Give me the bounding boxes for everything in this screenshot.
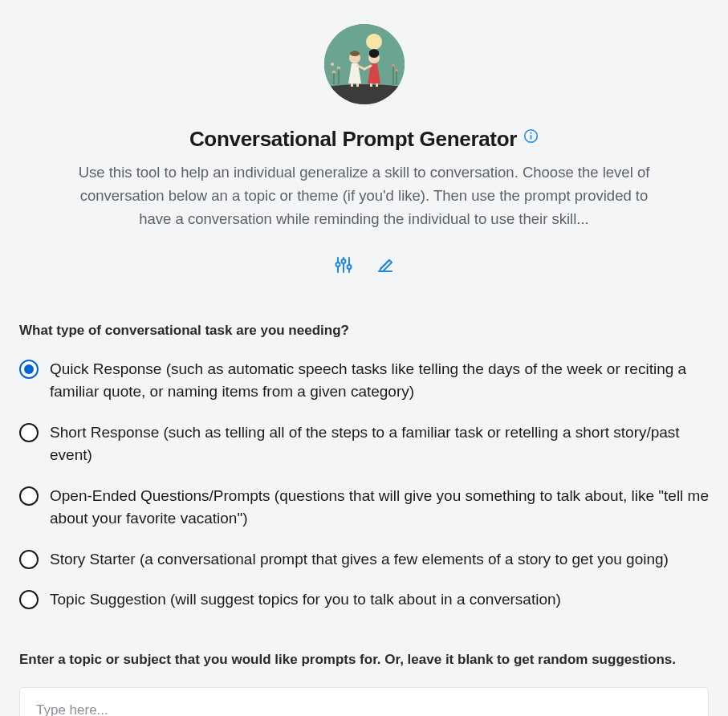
question-topic: Enter a topic or subject that you would … <box>19 652 709 716</box>
radio-option-open-ended[interactable]: Open-Ended Questions/Prompts (questions … <box>19 485 709 531</box>
question-label: Enter a topic or subject that you would … <box>19 652 709 668</box>
avatar-illustration <box>324 24 405 104</box>
radio-option-story-starter[interactable]: Story Starter (a conversational prompt t… <box>19 548 709 572</box>
topic-input[interactable] <box>19 687 709 716</box>
svg-point-4 <box>331 63 334 66</box>
radio-label: Story Starter (a conversational prompt t… <box>50 548 669 572</box>
svg-rect-12 <box>351 83 353 87</box>
title-row: Conversational Prompt Generator <box>189 127 539 152</box>
svg-rect-13 <box>356 83 359 87</box>
question-label: What type of conversational task are you… <box>19 323 709 339</box>
svg-rect-19 <box>531 135 532 140</box>
svg-rect-15 <box>370 83 372 87</box>
svg-point-1 <box>366 34 382 50</box>
radio-label: Open-Ended Questions/Prompts (questions … <box>50 485 709 531</box>
svg-point-25 <box>341 259 345 263</box>
page-description: Use this tool to help an individual gene… <box>63 161 665 231</box>
page-title: Conversational Prompt Generator <box>189 127 517 152</box>
header-section: Conversational Prompt Generator Use this… <box>19 24 709 275</box>
svg-point-22 <box>336 262 340 266</box>
radio-circle <box>19 360 39 379</box>
edit-icon[interactable] <box>376 255 395 275</box>
avatar <box>324 24 405 104</box>
info-icon[interactable] <box>523 128 539 144</box>
action-icons <box>334 255 395 275</box>
svg-point-28 <box>347 265 351 269</box>
radio-circle <box>19 486 39 506</box>
radio-option-short-response[interactable]: Short Response (such as telling all of t… <box>19 421 709 467</box>
svg-rect-16 <box>376 83 378 87</box>
radio-option-quick-response[interactable]: Quick Response (such as automatic speech… <box>19 358 709 404</box>
radio-circle <box>19 423 39 442</box>
radio-label: Short Response (such as telling all of t… <box>50 421 709 467</box>
radio-circle <box>19 590 39 609</box>
question-task-type: What type of conversational task are you… <box>19 323 709 612</box>
radio-circle <box>19 550 39 569</box>
radio-group-task-type: Quick Response (such as automatic speech… <box>19 358 709 612</box>
radio-option-topic-suggestion[interactable]: Topic Suggestion (will suggest topics fo… <box>19 588 709 612</box>
radio-label: Topic Suggestion (will suggest topics fo… <box>50 588 561 612</box>
svg-point-18 <box>531 132 532 134</box>
radio-label: Quick Response (such as automatic speech… <box>50 358 709 404</box>
settings-icon[interactable] <box>334 255 353 275</box>
